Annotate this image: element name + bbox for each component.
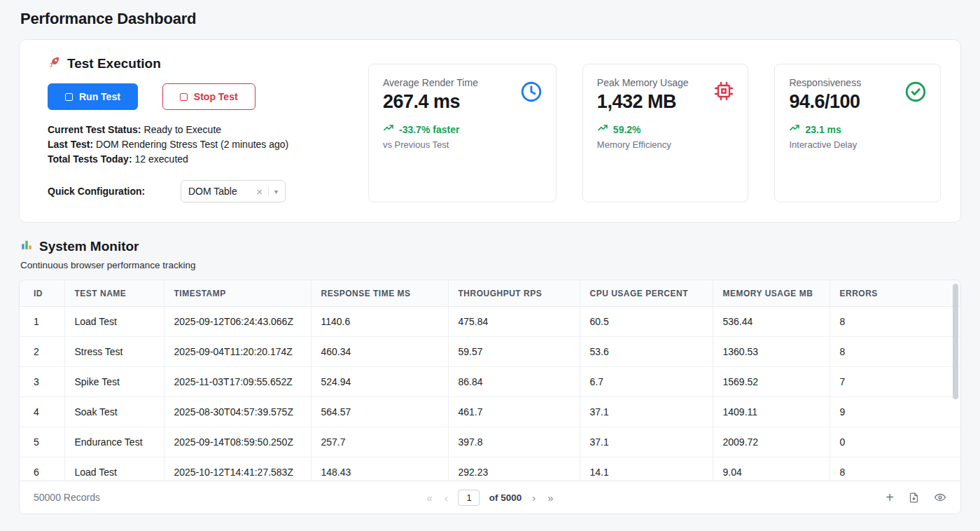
table-viewport: IDTEST NAMETIMESTAMPRESPONSE TIME MSTHRO… [20, 280, 960, 481]
table-scrollbar[interactable] [953, 284, 958, 477]
trend-up-icon [597, 123, 608, 136]
table-header-row: IDTEST NAMETIMESTAMPRESPONSE TIME MSTHRO… [20, 280, 960, 307]
metric-card-peak-memory: Peak Memory Usage 1,432 MB 59.2% Memory … [582, 64, 749, 202]
monitor-table: IDTEST NAMETIMESTAMPRESPONSE TIME MSTHRO… [20, 280, 960, 481]
metric-subtext: vs Previous Test [383, 139, 542, 150]
table-cell: 9 [830, 397, 960, 427]
metric-trend: 59.2% [597, 123, 734, 136]
quick-config-label: Quick Configuration: [48, 186, 178, 197]
table-cell: 475.84 [448, 307, 580, 337]
pagination: « ‹ of 5000 › » [425, 490, 554, 506]
table-cell: 461.7 [448, 397, 580, 427]
table-cell: 14.1 [580, 457, 713, 481]
scrollbar-thumb[interactable] [953, 284, 958, 399]
table-cell: Endurance Test [64, 427, 164, 457]
metric-label: Average Render Time [383, 77, 542, 88]
page-number-input[interactable] [458, 490, 480, 506]
table-footer: 50000 Records « ‹ of 5000 › » + [20, 481, 960, 513]
table-cell: 524.94 [311, 367, 448, 397]
table-cell: Stress Test [64, 337, 164, 367]
prev-page-button[interactable]: ‹ [443, 492, 449, 504]
export-file-icon[interactable] [908, 492, 920, 504]
next-page-button[interactable]: › [531, 492, 537, 504]
system-monitor-header: System Monitor [20, 238, 961, 254]
status-lines: Current Test Status:Ready to Execute Las… [48, 123, 342, 166]
trend-value: 59.2% [613, 124, 641, 135]
last-test-value: DOM Rendering Stress Test (2 minutes ago… [96, 139, 288, 150]
table-cell: 460.34 [311, 337, 448, 367]
total-tests-label: Total Tests Today: [48, 153, 132, 165]
table-cell: 397.8 [448, 427, 580, 457]
table-cell: 7 [830, 367, 960, 397]
chevron-down-icon: ▾ [274, 188, 278, 195]
column-header: TIMESTAMP [164, 280, 311, 307]
column-header: ID [20, 280, 64, 307]
run-test-label: Run Test [79, 91, 120, 102]
table-cell: 1360.53 [713, 337, 830, 367]
run-test-button[interactable]: Run Test [48, 83, 138, 110]
status-label: Current Test Status: [48, 124, 141, 135]
table-cell: 148.43 [311, 457, 448, 481]
table-cell: 2 [20, 337, 64, 367]
last-page-button[interactable]: » [546, 492, 554, 504]
column-header: TEST NAME [64, 280, 164, 307]
current-test-status-line: Current Test Status:Ready to Execute [48, 123, 342, 137]
table-cell: 4 [20, 397, 64, 427]
table-row: 6Load Test2025-10-12T14:41:27.583Z148.43… [20, 457, 960, 481]
clock-icon [519, 80, 543, 106]
table-cell: 9.04 [713, 457, 830, 481]
quick-config-select[interactable]: DOM Table × ▾ [181, 180, 286, 202]
system-monitor-title: System Monitor [39, 239, 139, 254]
stop-test-label: Stop Test [194, 91, 238, 102]
memory-chip-icon [713, 80, 735, 105]
select-divider [268, 186, 269, 196]
system-monitor-subtitle: Continuous browser performance tracking [20, 260, 961, 270]
stop-icon [180, 93, 188, 101]
table-cell: 564.57 [311, 397, 448, 427]
table-cell: 2009.72 [713, 427, 830, 457]
quick-config-value: DOM Table [188, 186, 256, 197]
table-cell: 2025-10-12T14:41:27.583Z [164, 457, 311, 481]
table-cell: 8 [830, 457, 960, 481]
metric-trend: -33.7% faster [383, 123, 542, 136]
table-cell: 37.1 [580, 427, 713, 457]
table-cell: 2025-08-30T04:57:39.575Z [164, 397, 311, 427]
rocket-icon [48, 55, 61, 72]
table-cell: 536.44 [713, 307, 830, 337]
table-cell: 86.84 [448, 367, 580, 397]
run-icon [65, 93, 73, 101]
table-cell: 2025-11-03T17:09:55.652Z [164, 367, 311, 397]
first-page-button[interactable]: « [425, 492, 433, 504]
last-test-line: Last Test:DOM Rendering Stress Test (2 m… [48, 137, 342, 151]
page: Performance Dashboard Test Execution [0, 0, 980, 514]
test-execution-header: Test Execution [48, 55, 342, 72]
table-cell: 53.6 [580, 337, 713, 367]
metric-trend: 23.1 ms [789, 123, 926, 136]
bar-chart-icon [20, 238, 33, 254]
table-cell: 8 [830, 307, 960, 337]
table-toolbar: + [886, 490, 946, 504]
add-icon[interactable]: + [886, 490, 894, 504]
column-header: CPU USAGE PERCENT [580, 280, 713, 307]
page-title: Performance Dashboard [20, 10, 961, 28]
test-execution-card: Test Execution Run Test Stop Test Curren… [19, 39, 961, 223]
last-test-label: Last Test: [48, 139, 93, 150]
table-cell: Load Test [64, 307, 164, 337]
table-cell: 60.5 [580, 307, 713, 337]
trend-value: 23.1 ms [805, 124, 841, 135]
stop-test-button[interactable]: Stop Test [162, 83, 255, 110]
clear-icon[interactable]: × [256, 186, 262, 198]
table-row: 3Spike Test2025-11-03T17:09:55.652Z524.9… [20, 367, 960, 397]
table-cell: 2025-09-04T11:20:20.174Z [164, 337, 311, 367]
test-execution-panel: Test Execution Run Test Stop Test Curren… [48, 55, 342, 202]
table-cell: 5 [20, 427, 64, 457]
table-cell: Load Test [64, 457, 164, 481]
trend-up-icon [789, 123, 800, 136]
table-cell: 0 [830, 427, 960, 457]
eye-icon[interactable] [934, 491, 946, 504]
check-circle-icon [904, 80, 927, 106]
table-row: 5Endurance Test2025-09-14T08:59:50.250Z2… [20, 427, 960, 457]
status-value: Ready to Execute [144, 124, 222, 135]
test-buttons-row: Run Test Stop Test [48, 83, 342, 110]
column-header: RESPONSE TIME MS [311, 280, 448, 307]
